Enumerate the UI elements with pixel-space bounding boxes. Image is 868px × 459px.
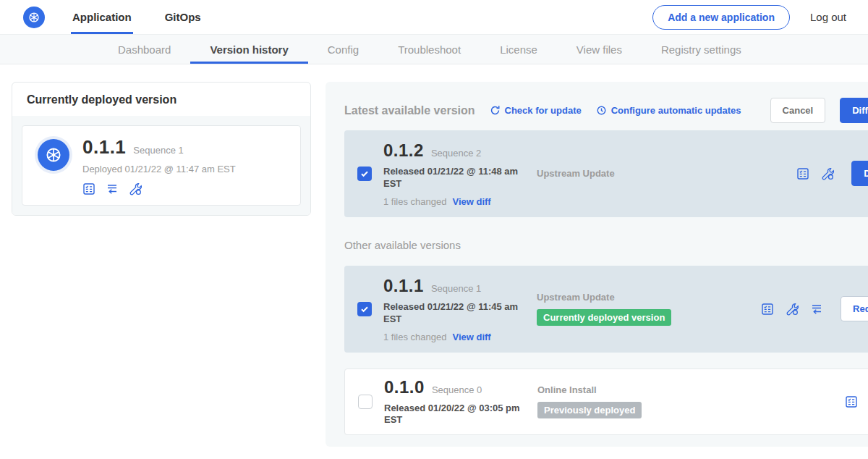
version-info: 0.1.0 Sequence 0 Released 01/20/22 @ 03:… xyxy=(384,377,537,427)
version-sequence: Sequence 1 xyxy=(431,283,481,294)
available-versions-panel: Latest available version Check for updat… xyxy=(326,82,868,447)
edit-config-icon[interactable] xyxy=(821,167,834,180)
version-sequence: Sequence 2 xyxy=(431,148,481,159)
version-source: Upstream Update xyxy=(537,168,710,179)
tab-application-label: Application xyxy=(72,11,132,23)
release-notes-icon[interactable] xyxy=(761,303,774,316)
version-files-line: 1 files changedView diff xyxy=(383,196,537,207)
check-for-update-label: Check for update xyxy=(505,105,582,116)
view-diff-link[interactable]: View diff xyxy=(452,196,490,207)
version-info: 0.1.2 Sequence 2 Released 01/21/22 @ 11:… xyxy=(383,140,537,207)
version-actions: Deploy xyxy=(796,161,868,186)
tab-gitops[interactable]: GitOps xyxy=(163,0,203,34)
version-number: 0.1.1 xyxy=(383,276,424,296)
deployed-version-number: 0.1.1 xyxy=(82,136,126,159)
view-diff-link[interactable]: View diff xyxy=(452,332,490,342)
subnav-troubleshoot-label: Troubleshoot xyxy=(398,43,461,56)
deployed-version-details: 0.1.1 Sequence 1 Deployed 01/21/22 @ 11:… xyxy=(82,136,236,195)
deployed-version-card: 0.1.1 Sequence 1 Deployed 01/21/22 @ 11:… xyxy=(22,125,301,206)
version-number: 0.1.2 xyxy=(383,140,424,161)
panel-header: Latest available version Check for updat… xyxy=(344,98,868,123)
kubernetes-icon xyxy=(38,139,69,171)
version-source: Upstream Update Currently deployed versi… xyxy=(537,292,710,326)
add-new-application-button[interactable]: Add a new application xyxy=(652,5,790,30)
configure-updates-label: Configure automatic updates xyxy=(611,105,741,116)
deployed-heading: Currently deployed version xyxy=(12,83,310,116)
release-notes-icon[interactable] xyxy=(796,167,809,180)
deployed-icon-row xyxy=(82,182,236,195)
version-row-0-1-0: 0.1.0 Sequence 0 Released 01/20/22 @ 03:… xyxy=(344,369,868,436)
subnav-troubleshoot[interactable]: Troubleshoot xyxy=(378,35,480,64)
version-source-label: Upstream Update xyxy=(537,292,710,303)
files-changed-label: 1 files changed xyxy=(383,332,446,342)
tab-application[interactable]: Application xyxy=(71,0,133,34)
version-files-line: 1 files changedView diff xyxy=(383,332,537,342)
subnav-version-history[interactable]: Version history xyxy=(190,35,307,64)
version-checkbox[interactable] xyxy=(358,395,373,409)
version-sequence: Sequence 0 xyxy=(432,384,482,395)
latest-version-heading: Latest available version xyxy=(344,104,475,117)
subnav-view-files-label: View files xyxy=(576,43,622,56)
view-logs-icon[interactable] xyxy=(106,182,119,195)
tab-gitops-label: GitOps xyxy=(165,11,201,23)
version-actions xyxy=(845,395,868,408)
version-released: Released 01/21/22 @ 11:45 am EST xyxy=(383,301,521,326)
version-row-0-1-1: 0.1.1 Sequence 1 Released 01/21/22 @ 11:… xyxy=(344,266,868,353)
edit-config-icon[interactable] xyxy=(786,303,799,316)
edit-config-icon[interactable] xyxy=(129,182,142,195)
subnav-version-history-label: Version history xyxy=(210,43,288,56)
clock-icon xyxy=(596,105,607,116)
deployed-timestamp: Deployed 01/21/22 @ 11:47 am EST xyxy=(82,164,236,174)
kubernetes-logo-icon xyxy=(23,7,45,28)
primary-nav: Application GitOps xyxy=(71,0,233,34)
deployed-sequence: Sequence 1 xyxy=(133,145,183,156)
subnav-dashboard-label: Dashboard xyxy=(118,43,171,56)
configure-updates-link[interactable]: Configure automatic updates xyxy=(596,105,741,116)
version-source-label: Online Install xyxy=(537,384,711,395)
navbar-right: Add a new application Log out xyxy=(652,5,846,30)
subnav-license[interactable]: License xyxy=(480,35,557,64)
files-changed-label: 1 files changed xyxy=(383,196,446,207)
version-source-label: Upstream Update xyxy=(537,168,710,179)
release-notes-icon[interactable] xyxy=(82,182,95,195)
version-actions: Redeploy xyxy=(761,296,868,321)
version-info: 0.1.1 Sequence 1 Released 01/21/22 @ 11:… xyxy=(383,276,537,342)
version-row-0-1-2: 0.1.2 Sequence 2 Released 01/21/22 @ 11:… xyxy=(344,130,868,217)
cancel-button[interactable]: Cancel xyxy=(770,98,826,123)
subnav-config-label: Config xyxy=(328,43,359,56)
version-source: Online Install Previously deployed xyxy=(537,384,711,418)
deployed-body: 0.1.1 Sequence 1 Deployed 01/21/22 @ 11:… xyxy=(12,116,310,215)
check-for-update-link[interactable]: Check for update xyxy=(490,105,582,116)
version-released: Released 01/21/22 @ 11:48 am EST xyxy=(383,166,521,190)
version-number: 0.1.0 xyxy=(384,377,425,397)
subnav-license-label: License xyxy=(500,43,537,56)
other-versions-heading: Other available versions xyxy=(344,239,868,251)
subnav-registry-settings[interactable]: Registry settings xyxy=(642,35,761,64)
deploy-button[interactable]: Deploy xyxy=(851,161,868,186)
release-notes-icon[interactable] xyxy=(845,395,858,408)
subnav-config[interactable]: Config xyxy=(308,35,378,64)
version-released: Released 01/20/22 @ 03:05 pm EST xyxy=(384,403,522,427)
main-content: Currently deployed version 0.1.1 Sequenc… xyxy=(0,64,868,447)
subnav-dashboard[interactable]: Dashboard xyxy=(98,35,190,64)
previously-deployed-badge: Previously deployed xyxy=(537,402,642,418)
logout-link[interactable]: Log out xyxy=(810,11,846,23)
diff-releases-button[interactable]: Diff releases xyxy=(840,98,868,123)
currently-deployed-badge: Currently deployed version xyxy=(537,309,671,326)
redeploy-button[interactable]: Redeploy xyxy=(841,296,868,321)
refresh-icon xyxy=(490,105,501,116)
view-logs-icon[interactable] xyxy=(810,303,823,316)
version-checkbox[interactable] xyxy=(357,302,372,316)
subnav-registry-settings-label: Registry settings xyxy=(661,43,741,56)
currently-deployed-panel: Currently deployed version 0.1.1 Sequenc… xyxy=(12,82,311,216)
version-checkbox[interactable] xyxy=(357,167,372,181)
app-subnav: Dashboard Version history Config Trouble… xyxy=(0,35,868,64)
top-navbar: Application GitOps Add a new application… xyxy=(0,0,868,35)
subnav-view-files[interactable]: View files xyxy=(557,35,642,64)
